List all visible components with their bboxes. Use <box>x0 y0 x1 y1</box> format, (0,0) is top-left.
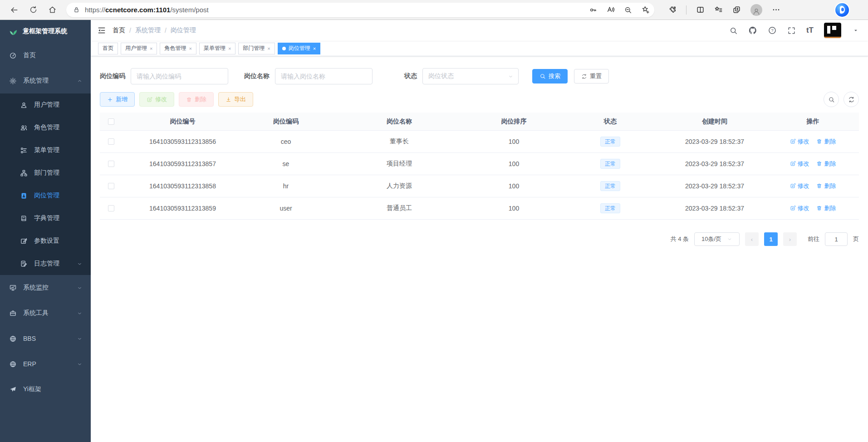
header-search-icon[interactable] <box>729 26 738 35</box>
row-checkbox[interactable] <box>108 161 114 167</box>
search-button[interactable]: 搜索 <box>532 69 568 83</box>
sidebar-item-tools[interactable]: 系统工具 <box>0 300 91 326</box>
refresh-table-button[interactable] <box>843 92 859 107</box>
row-delete-link[interactable]: 删除 <box>816 160 836 168</box>
split-screen-icon[interactable] <box>696 5 705 14</box>
trash-icon <box>816 205 822 211</box>
system-submenu: 用户管理 角色管理 菜单管理 部门管理 岗位管理 字典管理 <box>0 93 91 275</box>
table-row: 1641030593112313859 user 普通员工 100 正常 202… <box>100 197 859 220</box>
post-name-label: 岗位名称 <box>244 72 270 80</box>
collections-icon[interactable] <box>732 5 741 14</box>
tab-home[interactable]: 首页 <box>98 43 118 54</box>
sidebar-item-users[interactable]: 用户管理 <box>0 93 91 116</box>
edit-icon <box>790 183 796 189</box>
close-icon[interactable]: × <box>150 46 152 51</box>
user-avatar[interactable] <box>824 23 841 38</box>
browser-home-button[interactable] <box>44 2 60 18</box>
plus-icon <box>107 97 113 103</box>
add-favorite-icon[interactable] <box>641 5 650 14</box>
sidebar-item-bbs[interactable]: BBS <box>0 326 91 351</box>
close-icon[interactable]: × <box>313 46 316 51</box>
address-bar[interactable]: https://ccnetcore.com:1101/system/post <box>66 3 654 17</box>
sidebar-item-home[interactable]: 首页 <box>0 43 91 68</box>
copilot-bing-icon[interactable] <box>835 3 849 17</box>
favorites-icon[interactable] <box>714 5 723 14</box>
reset-button[interactable]: 重置 <box>574 69 609 83</box>
page-number-1[interactable]: 1 <box>764 232 778 246</box>
status-select[interactable]: 岗位状态 <box>422 68 519 84</box>
table-row: 1641030593112313858 hr 人力资源 100 正常 2023-… <box>100 175 859 197</box>
globe-icon <box>9 335 17 343</box>
row-delete-link[interactable]: 删除 <box>816 182 836 190</box>
fullscreen-icon[interactable] <box>787 26 796 35</box>
tab-posts-active[interactable]: 岗位管理× <box>278 43 320 54</box>
add-button[interactable]: 新增 <box>100 92 135 107</box>
page-size-select[interactable]: 10条/页 <box>694 232 740 246</box>
post-code-label: 岗位编码 <box>100 72 125 80</box>
text-size-icon[interactable]: tT <box>806 26 814 35</box>
export-button[interactable]: 导出 <box>218 92 253 107</box>
edit-button[interactable]: 修改 <box>139 92 174 107</box>
prev-page-button[interactable]: ‹ <box>745 232 759 246</box>
sidebar-item-roles[interactable]: 角色管理 <box>0 116 91 139</box>
read-aloud-icon[interactable] <box>606 5 615 14</box>
sidebar: 意框架管理系统 首页 系统管理 用户管理 角色管理 菜单管理 <box>0 20 91 442</box>
browser-profile-avatar[interactable] <box>750 4 762 16</box>
row-edit-link[interactable]: 修改 <box>790 138 809 146</box>
sidebar-item-logs[interactable]: 日志管理 <box>0 252 91 275</box>
sidebar-item-monitor[interactable]: 系统监控 <box>0 275 91 300</box>
cell-post-sort: 100 <box>470 205 558 212</box>
row-edit-link[interactable]: 修改 <box>790 182 809 190</box>
github-icon[interactable] <box>748 26 757 35</box>
help-icon[interactable]: ? <box>768 26 777 35</box>
app-logo[interactable]: 意框架管理系统 <box>0 20 91 43</box>
tab-roles[interactable]: 角色管理× <box>160 43 196 54</box>
user-menu-caret-icon[interactable] <box>853 27 859 34</box>
row-edit-link[interactable]: 修改 <box>790 204 809 212</box>
row-checkbox[interactable] <box>108 138 114 145</box>
collapse-sidebar-icon[interactable] <box>97 26 106 35</box>
breadcrumb-system[interactable]: 系统管理 <box>135 26 161 34</box>
delete-button[interactable]: 删除 <box>179 92 214 107</box>
browser-back-button[interactable] <box>6 2 22 18</box>
browser-toolbar: https://ccnetcore.com:1101/system/post <box>0 0 868 20</box>
column-header-actions: 操作 <box>767 118 859 126</box>
breadcrumb-home[interactable]: 首页 <box>113 26 125 34</box>
select-all-checkbox[interactable] <box>108 118 114 125</box>
row-edit-link[interactable]: 修改 <box>790 160 809 168</box>
status-badge: 正常 <box>600 159 620 169</box>
close-icon[interactable]: × <box>228 46 231 51</box>
post-management-page: 岗位编码 岗位名称 状态 岗位状态 搜索 重置 <box>91 56 868 442</box>
sidebar-item-yi-framework[interactable]: Yi框架 <box>0 377 91 402</box>
sidebar-item-menus[interactable]: 菜单管理 <box>0 139 91 162</box>
cell-post-sort: 100 <box>470 138 558 145</box>
close-icon[interactable]: × <box>267 46 270 51</box>
tab-users[interactable]: 用户管理× <box>121 43 157 54</box>
close-icon[interactable]: × <box>189 46 191 51</box>
browser-menu-icon[interactable] <box>772 5 780 14</box>
sidebar-item-system[interactable]: 系统管理 <box>0 68 91 93</box>
refresh-icon <box>848 96 855 103</box>
post-name-input[interactable] <box>275 68 373 84</box>
sidebar-item-posts[interactable]: 岗位管理 <box>0 184 91 207</box>
sidebar-item-params[interactable]: 参数设置 <box>0 230 91 252</box>
post-code-input[interactable] <box>131 68 228 84</box>
sidebar-item-departments[interactable]: 部门管理 <box>0 162 91 184</box>
tab-menus[interactable]: 菜单管理× <box>199 43 235 54</box>
post-badge-icon <box>20 192 28 200</box>
sidebar-item-dict[interactable]: 字典管理 <box>0 207 91 230</box>
browser-refresh-button[interactable] <box>25 2 41 18</box>
toggle-search-button[interactable] <box>824 92 839 107</box>
row-checkbox[interactable] <box>108 205 114 211</box>
next-page-button[interactable]: › <box>783 232 797 246</box>
zoom-out-icon[interactable] <box>624 6 632 14</box>
row-delete-link[interactable]: 删除 <box>816 204 836 212</box>
goto-page-input[interactable] <box>825 232 848 246</box>
row-checkbox[interactable] <box>108 183 114 189</box>
tab-departments[interactable]: 部门管理× <box>238 43 275 54</box>
trash-icon <box>816 138 822 144</box>
sidebar-item-erp[interactable]: ERP <box>0 351 91 377</box>
extensions-icon[interactable] <box>668 5 677 14</box>
password-key-icon[interactable] <box>589 6 597 14</box>
row-delete-link[interactable]: 删除 <box>816 138 836 146</box>
